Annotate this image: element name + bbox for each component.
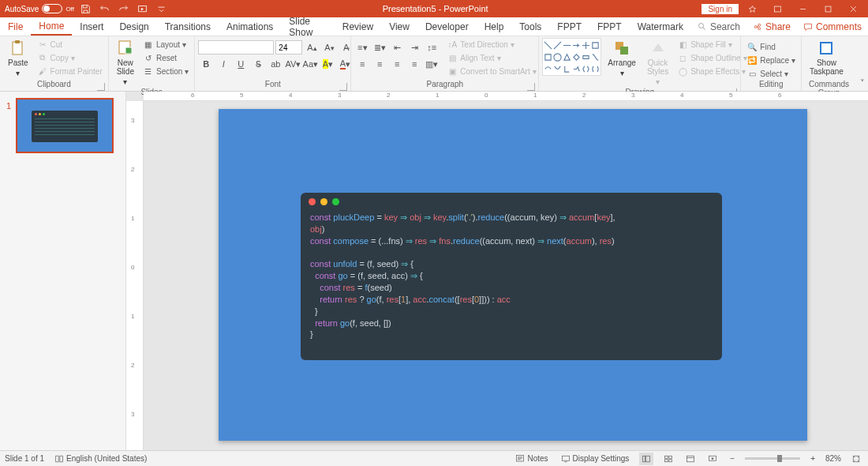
shape-fill-button[interactable]: ◧Shape Fill▾ <box>675 38 749 51</box>
increase-indent-button[interactable]: ⇥ <box>406 40 422 54</box>
tell-me-search[interactable]: Search <box>691 17 746 36</box>
shape-3[interactable] <box>572 39 581 51</box>
new-slide-button[interactable]: New Slide▾ <box>112 38 139 88</box>
shape-1[interactable] <box>553 39 562 51</box>
line-spacing-button[interactable]: ↕≡ <box>424 40 440 54</box>
tab-insert[interactable]: Insert <box>72 17 111 36</box>
autosave-toggle[interactable]: AutoSave Off <box>5 4 74 13</box>
zoom-slider[interactable] <box>745 457 800 460</box>
clipboard-dialog-launcher[interactable] <box>97 83 105 91</box>
align-text-button[interactable]: ▤Align Text▾ <box>444 51 538 64</box>
start-from-beginning-button[interactable] <box>136 2 150 16</box>
shape-5[interactable] <box>591 39 600 51</box>
shape-6[interactable] <box>544 51 552 62</box>
increase-font-button[interactable]: A▴ <box>304 40 320 54</box>
align-center-button[interactable]: ≡ <box>372 57 387 71</box>
minimize-button[interactable] <box>791 0 814 17</box>
tab-view[interactable]: View <box>381 17 417 36</box>
section-button[interactable]: ☰Section▾ <box>140 65 191 77</box>
ribbon-display-button[interactable] <box>765 0 789 17</box>
reading-view-button[interactable] <box>683 453 698 465</box>
tab-slide-show[interactable]: Slide Show <box>281 17 334 36</box>
shape-16[interactable] <box>582 63 590 74</box>
strikethrough-button[interactable]: S̶ <box>250 57 266 71</box>
tab-fppt[interactable]: FPPT <box>549 17 589 36</box>
normal-view-button[interactable] <box>639 453 653 465</box>
text-direction-button[interactable]: ↕AText Direction▾ <box>444 38 538 51</box>
numbering-button[interactable]: ≣▾ <box>372 40 387 54</box>
code-window-shape[interactable]: const pluckDeep = key ⇒ obj ⇒ key.split(… <box>301 193 722 360</box>
italic-button[interactable]: I <box>215 57 231 71</box>
tab-fppt[interactable]: FPPT <box>589 17 630 36</box>
align-left-button[interactable]: ≡ <box>354 57 370 71</box>
shape-0[interactable] <box>544 39 552 51</box>
align-right-button[interactable]: ≡ <box>389 57 405 71</box>
slide-1[interactable]: const pluckDeep = key ⇒ obj ⇒ key.split(… <box>219 109 807 441</box>
shape-7[interactable] <box>553 51 562 62</box>
tab-tools[interactable]: Tools <box>511 17 549 36</box>
close-button[interactable] <box>841 0 865 17</box>
quick-styles-button[interactable]: Quick Styles▾ <box>642 38 673 88</box>
shape-2[interactable] <box>563 39 571 51</box>
justify-button[interactable]: ≡ <box>406 57 422 71</box>
shape-12[interactable] <box>544 63 552 74</box>
char-spacing-button[interactable]: AV▾ <box>285 57 301 71</box>
replace-button[interactable]: 🔁Replace ▾ <box>744 54 798 66</box>
slideshow-view-button[interactable] <box>705 453 720 465</box>
font-name-input[interactable] <box>198 40 274 54</box>
shape-9[interactable] <box>572 51 581 62</box>
paragraph-dialog-launcher[interactable] <box>527 83 535 91</box>
shape-17[interactable] <box>591 63 600 74</box>
undo-button[interactable] <box>98 2 112 16</box>
decrease-font-button[interactable]: A▾ <box>321 40 337 54</box>
notes-button[interactable]: Notes <box>513 454 550 464</box>
find-button[interactable]: 🔍Find <box>744 40 798 53</box>
display-settings-button[interactable]: Display Settings <box>559 454 632 464</box>
save-button[interactable] <box>79 2 93 16</box>
reset-button[interactable]: ↺Reset <box>140 51 191 64</box>
underline-button[interactable]: U <box>233 57 249 71</box>
columns-button[interactable]: ▥▾ <box>424 57 440 71</box>
shape-10[interactable] <box>582 51 590 62</box>
zoom-in-button[interactable]: + <box>808 454 817 463</box>
font-dialog-launcher[interactable] <box>339 83 347 91</box>
shape-4[interactable] <box>582 39 590 51</box>
shapes-gallery[interactable] <box>542 38 601 76</box>
collapse-ribbon-button[interactable]: ˅ <box>856 36 868 91</box>
share-button[interactable]: Share <box>746 17 797 36</box>
show-taskpane-button[interactable]: Show Taskpane <box>805 38 848 77</box>
comments-button[interactable]: Comments <box>797 17 868 36</box>
font-size-input[interactable] <box>275 40 302 54</box>
shape-outline-button[interactable]: ◻Shape Outline▾ <box>675 51 749 64</box>
redo-button[interactable] <box>117 2 131 16</box>
tab-home[interactable]: Home <box>31 17 72 36</box>
coming-soon-button[interactable] <box>740 0 764 17</box>
language-button[interactable]: English (United States) <box>52 454 149 464</box>
qat-customize-button[interactable] <box>155 2 169 16</box>
arrange-button[interactable]: Arrange▾ <box>603 38 641 79</box>
tab-review[interactable]: Review <box>335 17 381 36</box>
convert-smartart-button[interactable]: ▣Convert to SmartArt▾ <box>444 65 538 77</box>
tab-watermark[interactable]: Watermark <box>630 17 691 36</box>
zoom-out-button[interactable]: − <box>728 454 737 463</box>
copy-button[interactable]: ⧉Copy▾ <box>35 51 105 64</box>
shape-13[interactable] <box>553 63 562 74</box>
shadow-button[interactable]: ab <box>268 57 283 71</box>
bullets-button[interactable]: ≡▾ <box>354 40 370 54</box>
tab-file[interactable]: File <box>0 17 31 36</box>
sign-in-button[interactable]: Sign in <box>702 4 739 14</box>
decrease-indent-button[interactable]: ⇤ <box>389 40 405 54</box>
shape-effects-button[interactable]: ◯Shape Effects▾ <box>675 65 749 77</box>
change-case-button[interactable]: Aa▾ <box>302 57 318 71</box>
highlight-button[interactable]: A▾ <box>320 57 335 71</box>
shape-11[interactable] <box>591 51 600 62</box>
tab-transitions[interactable]: Transitions <box>157 17 219 36</box>
slide-counter[interactable]: Slide 1 of 1 <box>5 454 44 463</box>
shape-15[interactable] <box>572 63 581 74</box>
shape-8[interactable] <box>563 51 571 62</box>
bold-button[interactable]: B <box>198 57 214 71</box>
tab-help[interactable]: Help <box>477 17 512 36</box>
format-painter-button[interactable]: 🖌Format Painter <box>35 65 105 77</box>
tab-developer[interactable]: Developer <box>417 17 477 36</box>
paste-button[interactable]: Paste▾ <box>3 38 33 79</box>
